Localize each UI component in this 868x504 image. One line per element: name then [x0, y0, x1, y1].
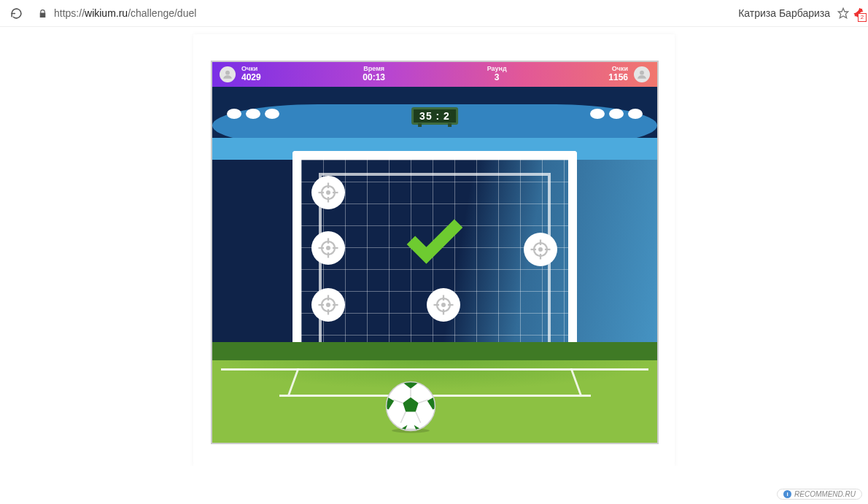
- label: Очки: [241, 66, 257, 73]
- stadium-scoreboard: 35 : 2: [411, 107, 458, 125]
- light-icon: [227, 109, 241, 119]
- toolbar-right: Катриза Барбариза 2: [738, 0, 864, 26]
- value: 3: [495, 73, 500, 82]
- reload-icon[interactable]: [9, 7, 23, 20]
- pitch-line: [570, 368, 582, 395]
- star-icon[interactable]: [837, 7, 849, 19]
- lock-icon: [36, 9, 48, 18]
- label: Очки: [612, 66, 628, 73]
- floodlights-right: [590, 109, 643, 119]
- svg-point-18: [327, 191, 330, 194]
- pitch-line: [287, 368, 299, 395]
- svg-point-2: [640, 71, 644, 75]
- url-scheme: https://: [54, 7, 85, 19]
- game-hud: Очки 4029 Время 00:13 Раунд 3 Очки 1156: [212, 62, 657, 87]
- svg-point-36: [442, 303, 445, 306]
- player2-score: Очки 1156: [608, 66, 628, 82]
- hud-time: Время 00:13: [363, 66, 385, 82]
- svg-point-42: [539, 248, 542, 251]
- scoreboard-text: 35 : 2: [419, 110, 450, 122]
- url-path: /challenge/duel: [128, 7, 196, 19]
- light-icon: [246, 109, 260, 119]
- soccer-ball-icon[interactable]: [383, 379, 438, 434]
- value: 00:13: [363, 73, 385, 82]
- extension-icon[interactable]: 2: [852, 7, 864, 19]
- target-button[interactable]: [311, 176, 345, 209]
- hud-round: Раунд 3: [487, 66, 507, 82]
- page-card: Очки 4029 Время 00:13 Раунд 3 Очки 1156: [193, 34, 675, 466]
- target-button[interactable]: [311, 288, 345, 322]
- success-check-icon: [401, 211, 468, 281]
- notification-badge: 2: [858, 13, 867, 22]
- svg-marker-0: [838, 8, 848, 18]
- light-icon: [609, 109, 624, 119]
- game-field[interactable]: 35 : 2: [212, 87, 657, 443]
- floodlights-left: [227, 109, 279, 119]
- player1-score: Очки 4029: [241, 66, 261, 82]
- label: Время: [363, 66, 384, 73]
- svg-point-30: [327, 303, 330, 306]
- value: 4029: [241, 73, 261, 82]
- svg-point-24: [327, 247, 330, 249]
- target-button[interactable]: [311, 231, 345, 265]
- pitch: [212, 342, 657, 443]
- light-icon: [590, 109, 605, 119]
- light-icon: [265, 109, 279, 119]
- svg-point-1: [225, 71, 230, 75]
- url-domain: wikium.ru: [85, 7, 128, 19]
- light-icon: [628, 109, 643, 119]
- target-button[interactable]: [524, 233, 557, 266]
- pitch-line: [221, 368, 648, 371]
- player2-avatar: [634, 66, 650, 82]
- player1-avatar: [220, 66, 236, 82]
- profile-name[interactable]: Катриза Барбариза: [738, 7, 830, 19]
- label: Раунд: [487, 66, 507, 73]
- game-frame: Очки 4029 Время 00:13 Раунд 3 Очки 1156: [211, 61, 659, 444]
- browser-toolbar: https://wikium.ru/challenge/duel Катриза…: [0, 0, 868, 27]
- value: 1156: [608, 73, 628, 82]
- target-button[interactable]: [427, 288, 460, 322]
